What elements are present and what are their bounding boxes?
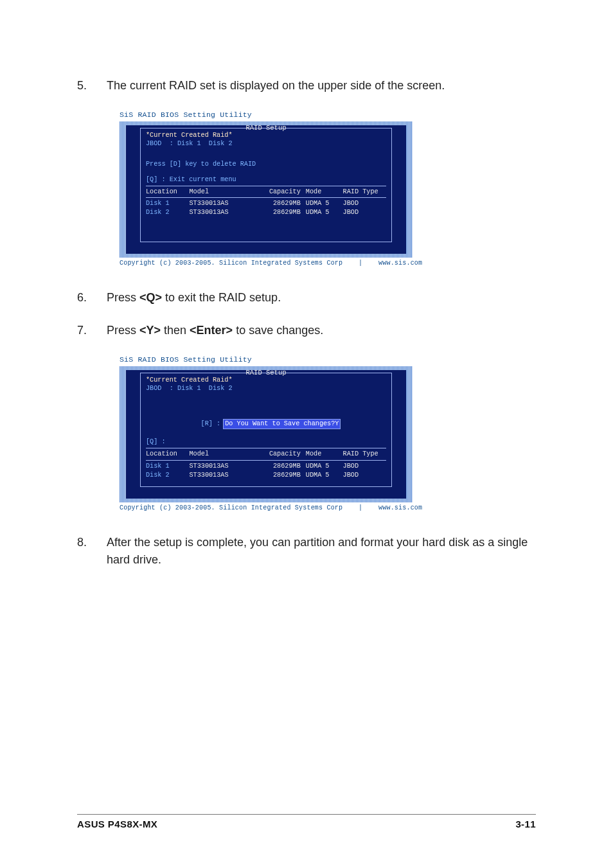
bios-title: SiS RAID BIOS Setting Utility [120, 110, 413, 120]
footer-right: 3-11 [515, 819, 536, 829]
bios-exit-hint: [Q] : Exit current menu [146, 175, 386, 184]
cell-location: Disk 1 [146, 462, 189, 471]
cell-mode: UDMA 5 [306, 462, 343, 471]
bios-divider [146, 197, 386, 198]
key-enter: <Enter> [190, 324, 233, 337]
col-mode: Mode [306, 188, 343, 197]
bios-divider [146, 186, 386, 186]
text: to exit the RAID setup. [162, 291, 281, 304]
col-model: Model [189, 450, 257, 459]
step-number: 5. [77, 77, 107, 94]
cell-model: ST330013AS [189, 462, 257, 471]
bios-section-label: RAID Setup [141, 123, 391, 132]
bios-inner: RAID Setup *Current Created Raid* JBOD :… [140, 128, 392, 242]
bios-section-label: RAID Setup [141, 368, 391, 377]
text: Press [107, 291, 139, 304]
page-footer: ASUS P4S8X-MX 3-11 [77, 814, 536, 829]
step-number: 7. [77, 322, 107, 339]
bios-title: SiS RAID BIOS Setting Utility [120, 355, 413, 365]
table-row: Disk 2 ST330013AS 28629MB UDMA 5 JBOD [146, 471, 386, 480]
step-5: 5. The current RAID set is displayed on … [77, 77, 536, 94]
step-text: Press <Q> to exit the RAID setup. [107, 289, 536, 306]
step-text: The current RAID set is displayed on the… [107, 77, 536, 94]
text: Press [107, 324, 139, 337]
bios-footer: Copyright (c) 2003-2005. Silicon Integra… [120, 504, 413, 513]
key-y: <Y> [139, 324, 161, 337]
cell-capacity: 28629MB [257, 462, 305, 471]
table-row: Disk 2 ST330013AS 28629MB UDMA 5 JBOD [146, 208, 386, 217]
bios-body: RAID Setup *Current Created Raid* JBOD :… [120, 121, 413, 258]
footer-left: ASUS P4S8X-MX [77, 819, 157, 829]
table-row: Disk 1 ST330013AS 28629MB UDMA 5 JBOD [146, 199, 386, 208]
cell-capacity: 28629MB [257, 199, 305, 208]
bios-screenshot-1: SiS RAID BIOS Setting Utility RAID Setup… [120, 110, 536, 267]
bios-table-header: Location Model Capacity Mode RAID Type [146, 188, 386, 197]
text: then [161, 324, 190, 337]
cell-raidtype: JBOD [343, 199, 386, 208]
bios-footer: Copyright (c) 2003-2005. Silicon Integra… [120, 259, 413, 268]
col-location: Location [146, 450, 189, 459]
table-row: Disk 1 ST330013AS 28629MB UDMA 5 JBOD [146, 462, 386, 471]
key-q: <Q> [139, 291, 162, 304]
bios-q-key: [Q] : [146, 438, 386, 447]
cell-location: Disk 2 [146, 471, 189, 480]
cell-model: ST330013AS [189, 208, 257, 217]
cell-raidtype: JBOD [343, 208, 386, 217]
bios-divider [146, 448, 386, 448]
cell-location: Disk 2 [146, 208, 189, 217]
cell-raidtype: JBOD [343, 462, 386, 471]
step-number: 6. [77, 289, 107, 306]
cell-raidtype: JBOD [343, 471, 386, 480]
step-8: 8. After the setup is complete, you can … [77, 534, 536, 569]
bios-delete-hint: Press [D] key to delete RAID [146, 160, 386, 169]
cell-model: ST330013AS [189, 471, 257, 480]
text: to save changes. [233, 324, 323, 337]
bios-jbod-line: JBOD : Disk 1 Disk 2 [146, 384, 386, 393]
cell-capacity: 28629MB [257, 208, 305, 217]
cell-location: Disk 1 [146, 199, 189, 208]
step-7: 7. Press <Y> then <Enter> to save change… [77, 322, 536, 339]
step-text: Press <Y> then <Enter> to save changes. [107, 322, 536, 339]
bios-body: RAID Setup *Current Created Raid* JBOD :… [120, 366, 413, 502]
col-capacity: Capacity [257, 450, 305, 459]
bios-r-key: [R] :Do You Want to Save changes?Y [146, 410, 386, 438]
cell-mode: UDMA 5 [306, 471, 343, 480]
bios-inner: RAID Setup *Current Created Raid* JBOD :… [140, 373, 392, 487]
step-text: After the setup is complete, you can par… [107, 534, 536, 569]
bios-jbod-line: JBOD : Disk 1 Disk 2 [146, 139, 386, 148]
step-6: 6. Press <Q> to exit the RAID setup. [77, 289, 536, 306]
bios-screenshot-2: SiS RAID BIOS Setting Utility RAID Setup… [120, 355, 536, 512]
cell-mode: UDMA 5 [306, 208, 343, 217]
col-raidtype: RAID Type [343, 450, 386, 459]
col-capacity: Capacity [257, 188, 305, 197]
col-raidtype: RAID Type [343, 188, 386, 197]
col-mode: Mode [306, 450, 343, 459]
cell-model: ST330013AS [189, 199, 257, 208]
col-model: Model [189, 188, 257, 197]
step-number: 8. [77, 534, 107, 569]
cell-capacity: 28629MB [257, 471, 305, 480]
save-prompt-bar[interactable]: Do You Want to Save changes?Y [223, 419, 341, 429]
col-location: Location [146, 188, 189, 197]
bios-table-header: Location Model Capacity Mode RAID Type [146, 450, 386, 459]
bios-divider [146, 460, 386, 461]
page: 5. The current RAID set is displayed on … [0, 0, 613, 868]
label-r: [R] : [201, 420, 221, 427]
cell-mode: UDMA 5 [306, 199, 343, 208]
instruction-steps: 5. The current RAID set is displayed on … [77, 77, 536, 569]
